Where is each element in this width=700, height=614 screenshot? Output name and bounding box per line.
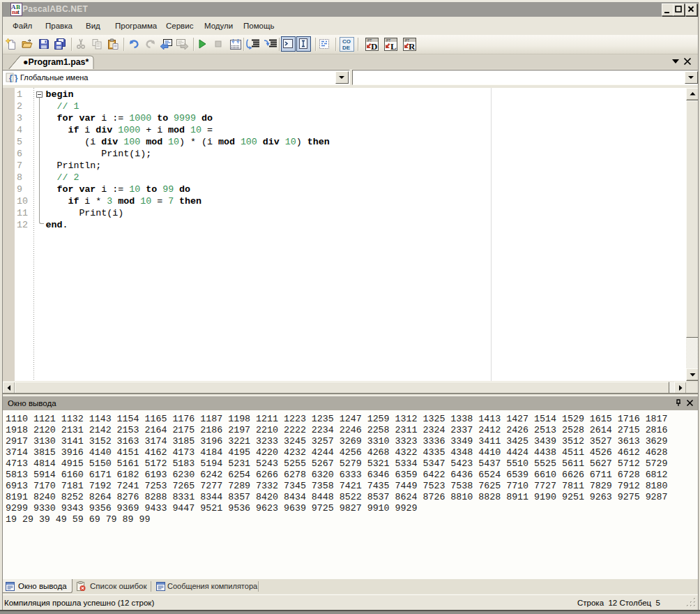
svg-text:D: D <box>371 41 377 52</box>
svg-text:{}: {} <box>8 74 18 82</box>
svg-text:L: L <box>390 41 397 52</box>
svg-text:R: R <box>409 41 416 52</box>
svg-text:t: t <box>17 9 20 15</box>
